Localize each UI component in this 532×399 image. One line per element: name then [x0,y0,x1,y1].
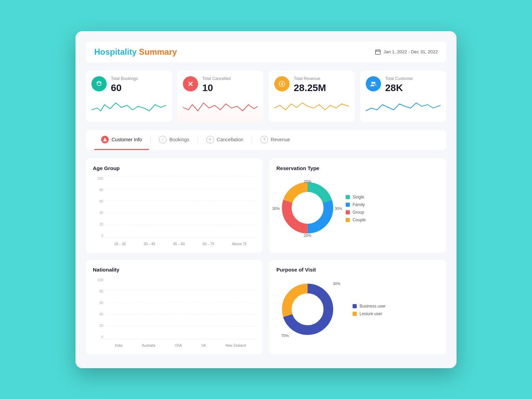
stat-card-revenue: $ Total Revenue 28.25M [269,71,355,122]
customer-tab-icon [101,136,109,143]
nationality-card: Nationality 0 20 40 60 80 100 [86,260,263,354]
svg-point-10 [104,138,106,140]
revenue-tab-icon: ₹ [260,136,268,143]
nat-y-100: 100 [93,278,103,282]
purpose-donut-wrapper: 70% 30% [276,278,339,342]
stat-card-customers: Total Customer 28K [360,71,446,122]
customers-sparkline [366,98,441,115]
y-label-80: 80 [93,188,103,192]
revenue-sparkline [274,98,349,115]
bookings-tab-icon: ✓ [159,136,167,143]
donut-pct-single: 20% [304,179,311,184]
nat-y-40: 40 [93,312,103,316]
bookings-icon [91,76,107,91]
nat-x-australia: Australia [142,344,156,347]
x-label-18-30: 18 – 30 [114,242,126,246]
donut-pct-couple: 30% [272,206,280,211]
legend-leisure: Lesiure user [353,311,385,316]
nat-x-usa: USA [175,344,182,347]
legend-group: Group [346,210,366,215]
page-title: Hospitality Summary [94,47,177,57]
x-label-30-45: 30 – 45 [144,242,155,246]
reservation-legend: Single Family Group Couple [346,195,366,222]
cancellation-tab-icon: ✕ [206,136,214,143]
legend-family: Family [346,202,366,207]
tab-bookings[interactable]: ✓ Bookings [152,130,196,150]
tab-divider-1 [150,136,151,143]
x-label-45-60: 45 – 60 [173,242,185,246]
reservation-type-card: Reservation Type [269,158,446,253]
x-label-above-75: Above 75 [232,242,247,246]
y-label-60: 60 [93,200,103,203]
donut-pct-group: 20% [304,233,311,238]
nat-y-80: 80 [93,290,103,293]
purpose-pct-leisure: 30% [333,282,340,286]
revenue-icon: $ [274,76,290,91]
customers-icon [366,76,381,91]
legend-couple: Couple [346,218,366,222]
svg-rect-0 [375,50,380,54]
nat-x-nz: New Zealand [225,344,246,347]
header: Hospitality Summary Jan 1, 2022 - Dec 31… [86,42,446,62]
nat-y-0: 0 [93,335,103,339]
legend-dot-group [346,210,350,214]
reservation-donut-wrapper: 20% 30% 20% 30% [276,177,339,240]
legend-dot-single [346,195,350,199]
purpose-donut-svg [276,278,339,340]
y-label-20: 20 [93,222,103,226]
donut-section-reservation: 20% 30% 20% 30% Single Family [276,177,439,240]
tabs-section: Customer Info ✓ Bookings ✕ Cancellation … [86,130,446,150]
reservation-donut-svg [276,177,339,239]
svg-text:$: $ [281,82,283,86]
age-group-card: Age Group 0 20 40 60 80 100 [86,158,263,253]
donut-pct-family: 30% [335,206,342,211]
cancelled-icon [183,76,198,91]
stat-card-bookings: Total Bookings 60 [86,71,172,122]
svg-point-8 [371,82,373,84]
legend-dot-business [353,304,357,308]
content-grid: Age Group 0 20 40 60 80 100 [86,158,446,354]
cancelled-sparkline [183,98,258,115]
legend-dot-family [346,203,350,207]
tab-customer-info[interactable]: Customer Info [94,130,149,150]
purpose-donut-section: 70% 30% Business user Lesiure user [276,278,439,342]
stat-cards-row: Total Bookings 60 [86,71,446,122]
tab-cancellation[interactable]: ✕ Cancellation [200,130,250,150]
tab-revenue[interactable]: ₹ Revenue [254,130,297,150]
tabs: Customer Info ✓ Bookings ✕ Cancellation … [94,130,438,150]
calendar-icon [375,49,381,55]
legend-dot-leisure [353,312,357,316]
y-label-100: 100 [93,177,103,180]
legend-business: Business user [353,304,385,309]
nat-x-india: India [115,344,123,347]
y-label-40: 40 [93,211,103,215]
x-label-60-75: 60 – 75 [203,242,214,246]
legend-dot-couple [346,218,350,222]
stat-card-cancelled: Total Cancelled 10 [177,71,263,122]
tab-divider-3 [252,136,252,143]
y-label-0: 0 [93,234,103,238]
nat-y-60: 60 [93,301,103,305]
nat-y-20: 20 [93,324,103,328]
device-frame: Hospitality Summary Jan 1, 2022 - Dec 31… [76,31,456,368]
purpose-pct-business: 70% [281,334,289,338]
svg-point-9 [373,82,375,84]
purpose-visit-card: Purpose of Visit 70% 30% [269,260,446,354]
nat-x-uk: UK [201,344,206,347]
bookings-sparkline [91,98,166,115]
purpose-legend: Business user Lesiure user [353,304,385,316]
tab-divider-2 [198,136,198,143]
legend-single: Single [346,195,366,200]
dashboard: Hospitality Summary Jan 1, 2022 - Dec 31… [76,31,456,368]
date-range[interactable]: Jan 1, 2022 - Dec 31, 2022 [375,49,438,55]
